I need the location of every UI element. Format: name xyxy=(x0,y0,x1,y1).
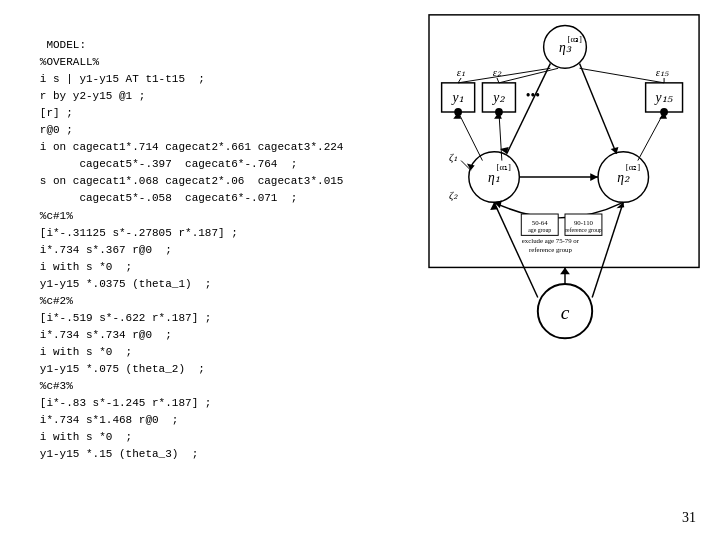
diagram-section: η₃ [α₃] ε₁ ε₂ ε₁₅ y₁ y₂ ••• y₁₅ xyxy=(420,10,720,530)
svg-text:ζ₂: ζ₂ xyxy=(449,189,458,201)
svg-point-44 xyxy=(495,108,503,116)
svg-text:ε₁: ε₁ xyxy=(457,66,465,78)
svg-text:age group: age group xyxy=(528,227,551,233)
page-content: MODEL: %OVERALL% i s | y1-y15 AT t1-t15 … xyxy=(0,0,720,540)
path-diagram: η₃ [α₃] ε₁ ε₂ ε₁₅ y₁ y₂ ••• y₁₅ xyxy=(420,10,710,350)
code-text: MODEL: %OVERALL% i s | y1-y15 AT t1-t15 … xyxy=(20,39,343,460)
svg-text:y₂: y₂ xyxy=(491,90,505,105)
svg-text:50-64: 50-64 xyxy=(532,219,548,226)
svg-text:ε₁₅: ε₁₅ xyxy=(656,66,669,78)
page-number: 31 xyxy=(682,510,696,526)
svg-text:[α₂]: [α₂] xyxy=(626,162,640,172)
svg-text:reference group: reference group xyxy=(529,246,572,253)
svg-text:ζ₁: ζ₁ xyxy=(449,151,458,163)
svg-marker-57 xyxy=(560,267,570,274)
svg-point-45 xyxy=(660,108,668,116)
svg-text:[α₃]: [α₃] xyxy=(568,34,582,44)
svg-text:reference group: reference group xyxy=(565,227,602,233)
svg-text:c: c xyxy=(561,302,570,323)
code-section: MODEL: %OVERALL% i s | y1-y15 AT t1-t15 … xyxy=(20,20,410,530)
svg-text:90-110: 90-110 xyxy=(574,219,594,226)
svg-text:y₁₅: y₁₅ xyxy=(654,90,673,105)
svg-text:exclude age 75-79 or: exclude age 75-79 or xyxy=(522,237,580,244)
svg-point-43 xyxy=(454,108,462,116)
svg-text:y₁: y₁ xyxy=(450,90,463,105)
svg-text:[α₁]: [α₁] xyxy=(497,162,511,172)
